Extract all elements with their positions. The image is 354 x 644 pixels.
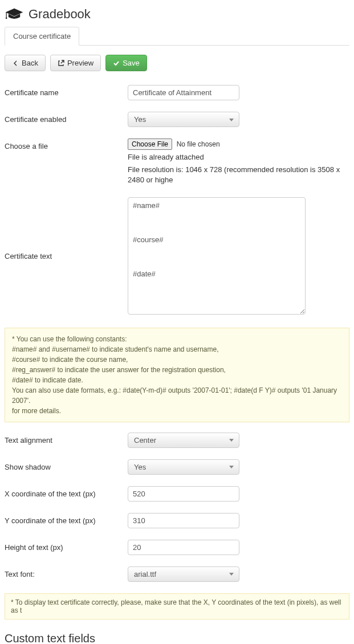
text-alignment-label: Text alignment xyxy=(5,433,128,445)
save-label: Save xyxy=(123,59,140,67)
tab-course-certificate[interactable]: Course certificate xyxy=(5,27,79,46)
show-shadow-select[interactable]: Yes xyxy=(128,459,239,475)
save-button[interactable]: Save xyxy=(105,55,147,71)
certificate-name-label: Certificate name xyxy=(5,85,128,97)
page-header: Gradebook xyxy=(5,5,349,26)
text-font-select[interactable]: arial.ttf xyxy=(128,566,239,582)
info-line: You can also use date formats, e.g.: #da… xyxy=(12,385,342,406)
height-label: Height of text (px) xyxy=(5,540,128,552)
choose-file-label: Choose a file xyxy=(5,138,128,150)
x-coord-input[interactable] xyxy=(128,486,239,502)
text-alignment-select[interactable]: Center xyxy=(128,433,239,448)
check-icon xyxy=(113,60,120,67)
show-shadow-label: Show shadow xyxy=(5,459,128,471)
certificate-text-label: Certificate text xyxy=(5,197,128,260)
x-coord-label: X coordinate of the text (px) xyxy=(5,486,128,498)
back-label: Back xyxy=(22,59,38,67)
y-coord-input[interactable] xyxy=(128,513,239,528)
svg-rect-0 xyxy=(6,13,7,18)
info-line: * You can use the following constants: xyxy=(12,334,342,344)
info-line: #date# to indicate date. xyxy=(12,375,342,385)
certificate-name-input[interactable] xyxy=(128,85,239,100)
display-info-box: * To display text certificate correctly,… xyxy=(5,593,349,619)
external-link-icon xyxy=(58,60,64,67)
file-help-1: File is already attached xyxy=(128,152,349,162)
info-line: #name# and #username# to indicate studen… xyxy=(12,344,342,354)
custom-fields-title: Custom text fields xyxy=(5,632,349,644)
back-button[interactable]: Back xyxy=(5,55,46,71)
info-line: for more details. xyxy=(12,406,342,416)
svg-point-1 xyxy=(6,17,7,19)
preview-button[interactable]: Preview xyxy=(50,55,101,71)
certificate-enabled-label: Certificate enabled xyxy=(5,112,128,124)
text-font-label: Text font: xyxy=(5,566,128,578)
file-status-text: No file chosen xyxy=(177,140,220,148)
page-title: Gradebook xyxy=(29,7,91,22)
constants-info-box: * You can use the following constants: #… xyxy=(5,328,349,422)
info-line: #course# to indicate the course name, xyxy=(12,354,342,365)
chevron-left-icon xyxy=(12,60,19,67)
tab-bar: Course certificate xyxy=(5,26,349,46)
graduation-cap-icon xyxy=(5,7,24,21)
y-coord-label: Y coordinate of the text (px) xyxy=(5,513,128,525)
action-bar: Back Preview Save xyxy=(5,55,349,71)
certificate-text-textarea[interactable] xyxy=(128,197,306,315)
certificate-enabled-select[interactable]: Yes xyxy=(128,112,239,127)
height-input[interactable] xyxy=(128,540,239,555)
file-help-2: File resolution is: 1046 x 728 (recommen… xyxy=(128,165,349,185)
preview-label: Preview xyxy=(67,59,93,67)
info-line: #reg_answer# to indicate the user answer… xyxy=(12,365,342,375)
choose-file-button[interactable]: Choose File xyxy=(128,138,172,150)
